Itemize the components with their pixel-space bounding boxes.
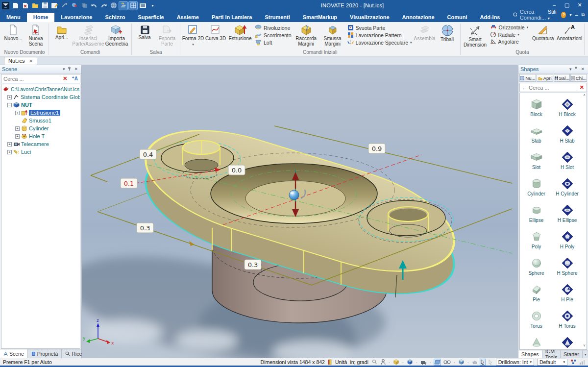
expand-icon[interactable]: + <box>15 126 20 131</box>
scene-cube-icon[interactable] <box>458 359 465 365</box>
expand-icon[interactable]: + <box>15 111 20 115</box>
command-search[interactable]: Cerca Comandi... <box>513 9 547 21</box>
shape-item-cone[interactable]: Cone <box>521 332 552 350</box>
tab-schizzo[interactable]: Schizzo <box>98 13 131 22</box>
smussa-margini-button[interactable]: Smussa Margini <box>319 23 346 47</box>
tab-add-ins[interactable]: Add-Ins <box>474 13 507 22</box>
scene-search-clear-icon[interactable]: ✕ <box>60 75 70 82</box>
lavorazione-speculare-button[interactable]: Lavorazione Speculare ▾ <box>347 39 412 46</box>
tab-comuni[interactable]: Comuni <box>441 13 474 22</box>
shape-item-pie[interactable]: Pie <box>521 279 552 306</box>
camera-move-icon[interactable] <box>420 359 427 365</box>
smart-dimension-button[interactable]: Smart Dimension <box>462 23 489 48</box>
scroll-down-arrow[interactable]: ∨ <box>582 343 587 349</box>
expand-icon[interactable]: + <box>15 134 20 139</box>
expand-icon[interactable]: + <box>7 150 12 154</box>
scene-search-filter-icon[interactable]: ⁺A <box>70 76 80 81</box>
person-view-icon[interactable] <box>381 359 386 365</box>
tab-superficie[interactable]: Superficie <box>131 13 170 22</box>
catalog-tabs-caret-icon[interactable]: ▾ <box>583 350 588 358</box>
shape-item-poly[interactable]: Poly <box>521 226 552 253</box>
shape-item-torus[interactable]: Torus <box>521 306 552 332</box>
tab-menu[interactable]: Menu <box>0 13 27 22</box>
redo-icon[interactable] <box>99 1 108 10</box>
document-tab-nut[interactable]: Nut.ics ✕ <box>4 57 37 65</box>
tab-scene[interactable]: Scene <box>0 349 28 358</box>
curva-3d-button[interactable]: Curva 3D <box>204 23 227 42</box>
tree-item-coord-system[interactable]: + Sistema Coordinate Globale <box>1 93 80 101</box>
document-tab-close-icon[interactable]: ✕ <box>29 58 33 64</box>
shape-item-block[interactable]: Block <box>521 94 552 121</box>
tree-item-telecamere[interactable]: + Telecamere <box>1 140 80 148</box>
apri-button[interactable]: Apri... <box>50 23 73 41</box>
forma-2d-button[interactable]: Forma 2D ▾ <box>182 23 204 47</box>
save-icon[interactable] <box>41 1 49 10</box>
shape-item-h-block[interactable]: H Block <box>552 94 583 121</box>
catalog-new-button[interactable]: Nu... <box>519 74 536 82</box>
radiale-button[interactable]: Radiale ▾ <box>490 31 529 38</box>
units-value[interactable]: in; gradi <box>350 359 368 365</box>
rivoluzione-button[interactable]: Rivoluzione <box>255 24 292 31</box>
scene-search-input[interactable] <box>3 76 60 82</box>
perspective-view-icon[interactable] <box>434 359 441 365</box>
close-document-icon[interactable] <box>21 1 29 10</box>
dim-label-03-left[interactable]: 0.3 <box>137 223 153 233</box>
nuova-scena-button[interactable]: Nuova Scena <box>24 23 47 47</box>
tree-item-estrusione1[interactable]: + Estrusione1 <box>1 109 80 117</box>
drilldown-dropdown[interactable]: Drilldown: Int▾ <box>496 359 534 366</box>
ribbon-restore-icon[interactable]: ⧉ <box>582 12 585 18</box>
expand-icon[interactable]: + <box>7 142 12 147</box>
inserisci-parte-button[interactable]: Inserisci Parte/Assieme <box>73 23 103 47</box>
collapse-icon[interactable]: − <box>7 103 12 107</box>
shapes-panel-pin-icon[interactable] <box>573 67 579 72</box>
shape-item-h-slot[interactable]: H Slot <box>552 147 583 173</box>
assembla-button[interactable]: Assembla <box>414 23 436 42</box>
open-file-icon[interactable] <box>31 1 39 10</box>
expand-icon[interactable]: + <box>7 95 12 99</box>
tab-shapes[interactable]: Shapes <box>518 350 542 358</box>
shape-item-h-slab[interactable]: H Slab <box>552 121 583 147</box>
catalog-close-button[interactable]: Chi... <box>570 74 587 82</box>
salva-button[interactable]: Salva <box>133 23 156 41</box>
shape-item-ellipse[interactable]: Ellipse <box>521 200 552 226</box>
undo-icon[interactable] <box>90 1 98 10</box>
tree-item-luci[interactable]: + Luci <box>1 148 80 156</box>
shapes-search[interactable]: ← ✕ <box>519 83 587 92</box>
list-view-icon[interactable] <box>139 1 147 10</box>
shape-item-h-torus[interactable]: H Torus <box>552 306 583 332</box>
tab-lavorazione[interactable]: Lavorazione <box>54 13 98 22</box>
tab-icm-tools[interactable]: ICM Tools <box>542 350 561 358</box>
glasses-view-icon[interactable] <box>443 360 451 364</box>
catalog-open-button[interactable]: Apri <box>537 74 553 82</box>
zoom-tool-icon[interactable] <box>371 359 378 365</box>
catalog-save-button[interactable]: Sal... <box>554 74 570 82</box>
shape-item-h-ellipse[interactable]: H Ellipse <box>552 200 583 226</box>
dim-label-01[interactable]: 0.1 <box>121 178 137 188</box>
scene-panel-menu-caret-icon[interactable]: ▾ <box>61 67 67 72</box>
angolare-button[interactable]: Angolare <box>490 39 529 45</box>
importa-geometria-button[interactable]: Importa Geometria <box>103 23 130 47</box>
save-as-icon[interactable] <box>50 1 59 10</box>
qat-customize-caret-icon[interactable]: ▾ <box>148 1 157 10</box>
estrusione-button[interactable]: Estrusione <box>227 23 253 42</box>
dim-label-04[interactable]: 0.4 <box>140 149 156 159</box>
shape-item-h-pie[interactable]: H Pie <box>552 279 583 306</box>
scene-search[interactable]: ✕ ⁺A <box>1 74 80 83</box>
copy-icon-disabled[interactable] <box>80 1 88 10</box>
loft-button[interactable]: Loft <box>255 39 292 46</box>
style-dropdown[interactable]: Default▾ <box>537 359 567 366</box>
import-icon[interactable] <box>70 1 78 10</box>
shapes-search-input[interactable] <box>529 85 577 91</box>
new-document-icon[interactable] <box>11 1 20 10</box>
scorrimento-button[interactable]: Scorrimento <box>255 32 292 38</box>
shape-item-h-cylinder[interactable]: H Cylinder <box>552 173 583 200</box>
tree-item-nut[interactable]: − NUT <box>1 101 80 109</box>
shapes-panel-menu-caret-icon[interactable]: ▾ <box>568 67 573 72</box>
esporta-parte-button[interactable]: Esporta Parte <box>156 23 178 47</box>
tab-visualizzazione[interactable]: Visualizzazione <box>343 13 396 22</box>
svuota-parte-button[interactable]: Svuota Parte <box>347 24 412 31</box>
tree-item-root[interactable]: C:\Lavoro\ChrisTanner\Nut.ics <box>1 85 80 93</box>
tools-icon[interactable] <box>60 1 69 10</box>
tab-assieme[interactable]: Assieme <box>171 13 205 22</box>
shapes-panel-close-icon[interactable]: ✕ <box>579 67 586 72</box>
